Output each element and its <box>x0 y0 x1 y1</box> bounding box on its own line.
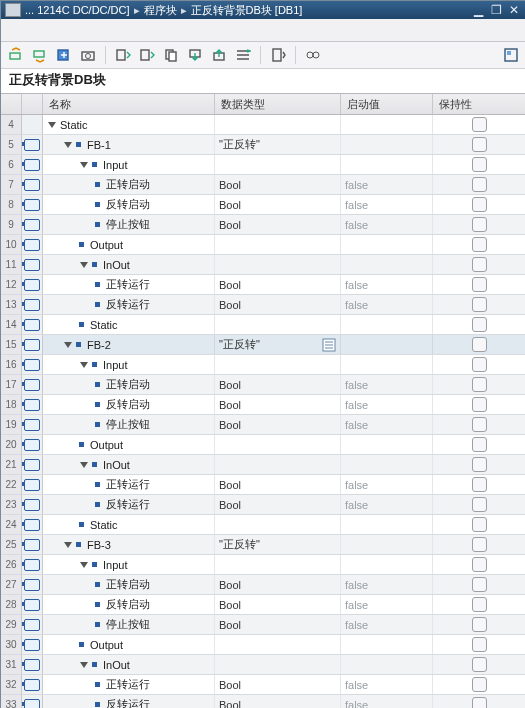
expander-icon[interactable] <box>63 540 73 550</box>
init-cell[interactable] <box>341 135 433 154</box>
init-cell[interactable]: false <box>341 595 433 614</box>
table-row[interactable]: 19停止按钮Boolfalse <box>1 415 525 435</box>
expander-icon[interactable] <box>79 260 89 270</box>
retain-cell[interactable] <box>433 655 525 674</box>
row-number[interactable]: 33 <box>1 695 22 708</box>
retain-checkbox[interactable] <box>472 337 487 352</box>
retain-cell[interactable] <box>433 575 525 594</box>
table-row[interactable]: 23反转运行Boolfalse <box>1 495 525 515</box>
name-cell[interactable]: 反转运行 <box>43 295 215 314</box>
retain-checkbox[interactable] <box>472 697 487 708</box>
init-cell[interactable] <box>341 255 433 274</box>
row-number[interactable]: 22 <box>1 475 22 494</box>
table-row[interactable]: 22正转运行Boolfalse <box>1 475 525 495</box>
retain-checkbox[interactable] <box>472 357 487 372</box>
type-cell[interactable]: Bool <box>215 215 341 234</box>
retain-cell[interactable] <box>433 455 525 474</box>
type-cell[interactable]: Bool <box>215 195 341 214</box>
row-number[interactable]: 27 <box>1 575 22 594</box>
type-cell[interactable]: "正反转" <box>215 335 341 354</box>
table-row[interactable]: 30Output <box>1 635 525 655</box>
retain-cell[interactable] <box>433 155 525 174</box>
retain-cell[interactable] <box>433 695 525 708</box>
init-cell[interactable]: false <box>341 675 433 694</box>
retain-cell[interactable] <box>433 395 525 414</box>
retain-cell[interactable] <box>433 535 525 554</box>
table-row[interactable]: 15FB-2"正反转" <box>1 335 525 355</box>
retain-checkbox[interactable] <box>472 157 487 172</box>
init-cell[interactable]: false <box>341 695 433 708</box>
name-cell[interactable]: Static <box>43 115 215 134</box>
col-retain[interactable]: 保持性 <box>433 94 525 114</box>
init-cell[interactable] <box>341 655 433 674</box>
retain-checkbox[interactable] <box>472 277 487 292</box>
name-cell[interactable]: InOut <box>43 455 215 474</box>
init-cell[interactable] <box>341 155 433 174</box>
retain-checkbox[interactable] <box>472 197 487 212</box>
init-cell[interactable]: false <box>341 575 433 594</box>
type-cell[interactable]: Bool <box>215 295 341 314</box>
row-number[interactable]: 6 <box>1 155 22 174</box>
type-cell[interactable]: Bool <box>215 695 341 708</box>
row-number[interactable]: 18 <box>1 395 22 414</box>
row-number[interactable]: 12 <box>1 275 22 294</box>
retain-cell[interactable] <box>433 115 525 134</box>
retain-cell[interactable] <box>433 415 525 434</box>
expander-icon[interactable] <box>79 160 89 170</box>
retain-checkbox[interactable] <box>472 437 487 452</box>
type-cell[interactable]: Bool <box>215 415 341 434</box>
col-init[interactable]: 启动值 <box>341 94 433 114</box>
download-button[interactable] <box>186 46 204 64</box>
row-number[interactable]: 4 <box>1 115 22 134</box>
name-cell[interactable]: 正转运行 <box>43 675 215 694</box>
retain-cell[interactable] <box>433 675 525 694</box>
name-cell[interactable]: 正转启动 <box>43 175 215 194</box>
row-number[interactable]: 29 <box>1 615 22 634</box>
col-type[interactable]: 数据类型 <box>215 94 341 114</box>
name-cell[interactable]: 正转启动 <box>43 575 215 594</box>
retain-checkbox[interactable] <box>472 237 487 252</box>
type-cell[interactable]: Bool <box>215 595 341 614</box>
row-number[interactable]: 15 <box>1 335 22 354</box>
retain-checkbox[interactable] <box>472 317 487 332</box>
retain-checkbox[interactable] <box>472 477 487 492</box>
name-cell[interactable]: Input <box>43 355 215 374</box>
table-row[interactable]: 14Static <box>1 315 525 335</box>
retain-cell[interactable] <box>433 195 525 214</box>
init-cell[interactable]: false <box>341 295 433 314</box>
init-cell[interactable]: false <box>341 615 433 634</box>
retain-checkbox[interactable] <box>472 497 487 512</box>
type-cell[interactable] <box>215 515 341 534</box>
type-cell[interactable]: Bool <box>215 395 341 414</box>
retain-cell[interactable] <box>433 615 525 634</box>
table-row[interactable]: 24Static <box>1 515 525 535</box>
retain-checkbox[interactable] <box>472 377 487 392</box>
minimize-button[interactable]: ▁ <box>470 2 486 18</box>
init-cell[interactable] <box>341 115 433 134</box>
row-number[interactable]: 9 <box>1 215 22 234</box>
name-cell[interactable]: InOut <box>43 655 215 674</box>
row-number[interactable]: 23 <box>1 495 22 514</box>
type-cell[interactable] <box>215 355 341 374</box>
row-number[interactable]: 31 <box>1 655 22 674</box>
table-row[interactable]: 9停止按钮Boolfalse <box>1 215 525 235</box>
table-row[interactable]: 31InOut <box>1 655 525 675</box>
table-row[interactable]: 21InOut <box>1 455 525 475</box>
upload-button[interactable] <box>210 46 228 64</box>
type-cell[interactable]: Bool <box>215 575 341 594</box>
titlebar-block[interactable]: 正反转背景DB块 [DB1] <box>191 3 303 18</box>
type-cell[interactable] <box>215 235 341 254</box>
row-number[interactable]: 21 <box>1 455 22 474</box>
init-cell[interactable] <box>341 355 433 374</box>
retain-cell[interactable] <box>433 435 525 454</box>
name-cell[interactable]: 反转启动 <box>43 195 215 214</box>
retain-cell[interactable] <box>433 255 525 274</box>
init-cell[interactable]: false <box>341 395 433 414</box>
row-number[interactable]: 10 <box>1 235 22 254</box>
expander-icon[interactable] <box>79 360 89 370</box>
row-number[interactable]: 17 <box>1 375 22 394</box>
retain-checkbox[interactable] <box>472 457 487 472</box>
col-name[interactable]: 名称 <box>43 94 215 114</box>
monitor-button[interactable] <box>304 46 322 64</box>
name-cell[interactable]: Output <box>43 435 215 454</box>
